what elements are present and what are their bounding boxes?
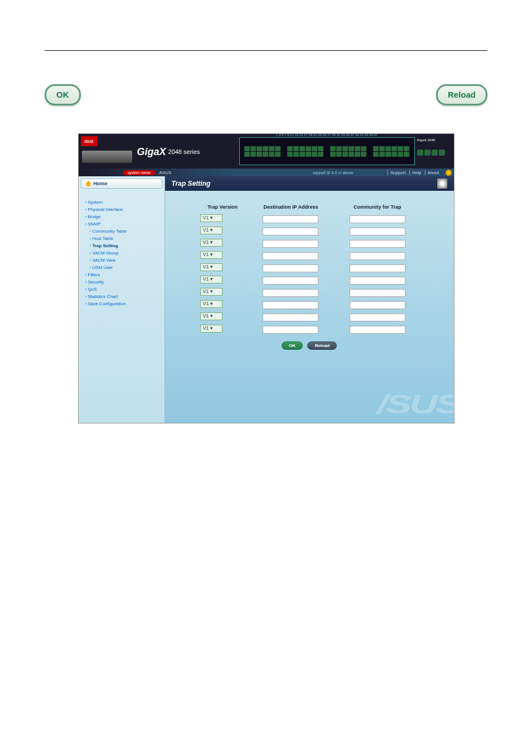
sidebar-item-vacm-group[interactable]: VACM Group bbox=[82, 249, 161, 257]
trap-version-select[interactable]: V1 ▾ bbox=[200, 312, 223, 320]
sidebar-item-trap-setting[interactable]: Trap Setting bbox=[82, 242, 161, 249]
nav-list: SystemPhysical InterfaceBridgeSNMPCommun… bbox=[79, 191, 165, 315]
dest-ip-input[interactable] bbox=[263, 301, 318, 309]
community-input[interactable] bbox=[350, 326, 405, 334]
switch-image bbox=[82, 151, 132, 163]
table-row: V1 ▾ bbox=[198, 261, 421, 273]
top-banner: /SUS GigaX 2048 series 1 3 5 7 9 11 13 1… bbox=[79, 134, 454, 168]
dest-ip-input[interactable] bbox=[263, 326, 318, 334]
sidebar-item-snmp[interactable]: SNMP bbox=[82, 220, 161, 228]
col-trap-version: Trap Version bbox=[198, 202, 248, 212]
trap-version-select[interactable]: V1 ▾ bbox=[200, 288, 223, 296]
sidebar-item-community-table[interactable]: Community Table bbox=[82, 228, 161, 235]
action-row: OK Reload bbox=[198, 339, 421, 350]
dest-ip-input[interactable] bbox=[263, 240, 318, 248]
table-row: V1 ▾ bbox=[198, 322, 421, 335]
table-row: V1 ▾ bbox=[198, 310, 421, 322]
community-input[interactable] bbox=[350, 252, 405, 260]
link-help[interactable]: Help bbox=[409, 170, 423, 175]
dest-ip-input[interactable] bbox=[263, 314, 318, 321]
dest-ip-input[interactable] bbox=[263, 228, 318, 235]
table-row: V1 ▾ bbox=[198, 212, 421, 224]
panel-ok-button[interactable]: OK bbox=[282, 341, 303, 350]
side-icon bbox=[417, 150, 423, 156]
port-group-3 bbox=[330, 146, 366, 157]
trap-table: Trap Version Destination IP Address Comm… bbox=[198, 202, 421, 335]
content-area: Home SystemPhysical InterfaceBridgeSNMPC… bbox=[79, 176, 454, 423]
community-input[interactable] bbox=[350, 228, 405, 235]
sidebar-item-bridge[interactable]: Bridge bbox=[82, 213, 161, 220]
side-icon bbox=[439, 150, 445, 156]
panel-title: Trap Setting bbox=[172, 180, 211, 187]
table-row: V1 ▾ bbox=[198, 273, 421, 286]
main-panel: Trap Setting Trap Version Destination IP… bbox=[165, 176, 454, 423]
trap-table-wrap: Trap Version Destination IP Address Comm… bbox=[198, 202, 421, 350]
side-icon bbox=[424, 150, 431, 156]
side-icon bbox=[432, 150, 438, 156]
link-about[interactable]: About bbox=[425, 170, 442, 175]
trap-version-select[interactable]: V1 ▾ bbox=[200, 214, 223, 222]
top-links: Support Help About bbox=[388, 170, 442, 175]
community-input[interactable] bbox=[350, 264, 405, 272]
sidebar-item-usm-user[interactable]: USM User bbox=[82, 264, 161, 271]
port-group-1 bbox=[244, 146, 280, 157]
model-label: GigaX 2048 bbox=[417, 138, 452, 142]
table-row: V1 ▾ bbox=[198, 249, 421, 261]
logout-icon[interactable] bbox=[446, 170, 452, 176]
sidebar-item-host-table[interactable]: Host Table bbox=[82, 235, 161, 242]
browser-note: support IE 6.0 or above bbox=[313, 171, 354, 175]
sidebar-item-physical-interface[interactable]: Physical Interface bbox=[82, 206, 161, 213]
community-input[interactable] bbox=[350, 289, 405, 297]
trap-version-select[interactable]: V1 ▾ bbox=[200, 276, 223, 283]
system-name-bar: system name ASUS support IE 6.0 or above… bbox=[79, 168, 454, 176]
home-label: Home bbox=[94, 181, 108, 186]
dest-ip-input[interactable] bbox=[263, 289, 318, 297]
community-input[interactable] bbox=[350, 277, 405, 285]
col-dest-ip: Destination IP Address bbox=[248, 202, 334, 212]
trap-version-select[interactable]: V1 ▾ bbox=[200, 263, 223, 271]
panel-reload-button[interactable]: Reload bbox=[307, 341, 337, 350]
dest-ip-input[interactable] bbox=[263, 252, 318, 260]
col-community: Community for Trap bbox=[334, 202, 420, 212]
sidebar-item-statistics-chart[interactable]: Statistics Chart bbox=[82, 293, 161, 300]
home-button[interactable]: Home bbox=[81, 179, 162, 189]
trap-version-select[interactable]: V1 ▾ bbox=[200, 251, 223, 259]
system-name-value: ASUS bbox=[159, 170, 172, 175]
dest-ip-input[interactable] bbox=[263, 215, 318, 223]
sidebar-item-security[interactable]: Security bbox=[82, 278, 161, 286]
panel-icon bbox=[437, 179, 447, 189]
sidebar-item-vacm-view[interactable]: VACM View bbox=[82, 257, 161, 264]
sidebar-item-save-configuration[interactable]: Save Configuration bbox=[82, 300, 161, 307]
product-series: 2048 series bbox=[168, 148, 200, 155]
top-divider bbox=[45, 50, 487, 51]
dest-ip-input[interactable] bbox=[263, 264, 318, 272]
sidebar-item-system[interactable]: System bbox=[82, 199, 161, 206]
community-input[interactable] bbox=[350, 301, 405, 309]
community-input[interactable] bbox=[350, 215, 405, 223]
port-group-4 bbox=[373, 146, 409, 157]
trap-version-select[interactable]: V1 ▾ bbox=[200, 300, 223, 308]
trap-version-select[interactable]: V1 ▾ bbox=[200, 239, 223, 247]
sidebar: Home SystemPhysical InterfaceBridgeSNMPC… bbox=[79, 176, 165, 423]
product-brand: GigaX bbox=[137, 146, 166, 158]
reload-button-inline[interactable]: Reload bbox=[436, 84, 487, 105]
watermark: /SUS bbox=[377, 388, 454, 420]
dest-ip-input[interactable] bbox=[263, 277, 318, 285]
sidebar-item-filters[interactable]: Filters bbox=[82, 271, 161, 278]
trap-version-select[interactable]: V1 ▾ bbox=[200, 325, 223, 333]
sidebar-item-qos[interactable]: QoS bbox=[82, 286, 161, 293]
ok-button-inline[interactable]: OK bbox=[45, 84, 81, 105]
port-group-2 bbox=[287, 146, 323, 157]
port-numbers: 1 3 5 7 9 11 13 15 17 19 21 23 25 27 29 … bbox=[240, 133, 414, 137]
home-icon bbox=[86, 181, 91, 186]
community-input[interactable] bbox=[350, 314, 405, 321]
table-row: V1 ▾ bbox=[198, 298, 421, 310]
system-name-label: system name bbox=[123, 170, 156, 175]
trap-version-select[interactable]: V1 ▾ bbox=[200, 227, 223, 234]
table-row: V1 ▾ bbox=[198, 286, 421, 298]
link-support[interactable]: Support bbox=[388, 170, 408, 175]
banner-side-info: GigaX 2048 bbox=[417, 138, 452, 156]
community-input[interactable] bbox=[350, 240, 405, 248]
asus-logo: /SUS bbox=[81, 136, 98, 146]
port-panel bbox=[239, 137, 415, 165]
